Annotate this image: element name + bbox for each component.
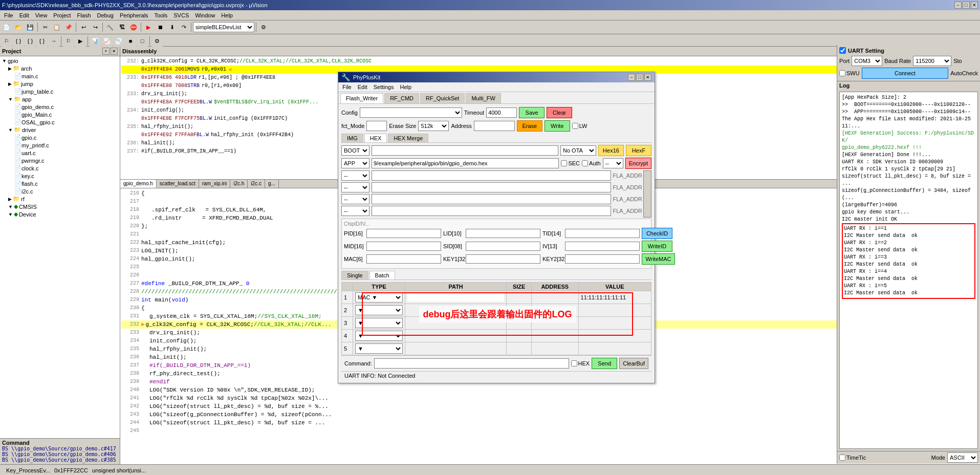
hex-checkbox[interactable] [571,360,577,366]
tb-step-over[interactable]: ↷ [178,21,189,33]
fla-path-2[interactable] [372,182,611,192]
fla-path-3[interactable] [372,194,611,204]
tree-item-rf[interactable]: ▶ 📁 rf [7,195,119,203]
fla-path-1[interactable] [372,170,611,181]
save-button[interactable]: Save [519,107,545,118]
batch-tab-single[interactable]: Single [341,271,368,279]
writemac-button[interactable]: WriteMAC [642,253,675,265]
mid-input[interactable] [366,242,441,251]
pid-input[interactable] [366,229,441,238]
fct-mode-input[interactable] [366,121,387,131]
tb2-1[interactable]: ⚐ [1,35,12,47]
port-select[interactable]: COM3 [852,56,882,66]
tb2-8[interactable]: 📊 [90,35,101,47]
batch-type-1[interactable]: MAC ▼ [355,292,403,303]
tree-item-gpio-demo[interactable]: 📄 gpio_demo.c [13,103,119,111]
phyplus-min-btn[interactable]: − [628,74,635,81]
sub-tab-hex[interactable]: HEX [364,134,387,142]
timeic-checkbox[interactable] [839,455,845,461]
address-input[interactable] [474,121,515,131]
boot-path-input[interactable] [372,145,558,156]
batch-type-2[interactable]: ▼ [355,305,403,315]
tb-step-in[interactable]: ⬇ [166,21,178,33]
fla-sel-3[interactable]: -- [341,194,369,204]
phyplus-menu-edit[interactable]: Edit [355,83,371,91]
tb-cut[interactable]: ✂ [39,21,51,33]
batch-type-4[interactable]: ▼ [355,331,403,341]
sec-checkbox[interactable] [561,160,567,166]
tb-debug-start[interactable]: ▶ [143,21,154,33]
tree-item-osal[interactable]: 📄 OSAL_gpio.c [13,118,119,126]
batch-type-3[interactable]: ▼ [355,318,403,328]
tb-rebuild[interactable]: 🏗 [116,21,127,33]
uart-enable-checkbox[interactable] [839,47,846,54]
command-input[interactable] [374,358,569,369]
tree-item-gpio[interactable]: ▼ gpio [1,57,119,64]
tree-item-key[interactable]: 📄 key.c [13,172,119,180]
auth-select[interactable]: -- [603,158,623,168]
tb2-9[interactable]: 📈 [101,35,113,47]
phyplus-menu-help[interactable]: Help [397,83,415,91]
phyplus-menu-settings[interactable]: Settings [371,83,397,91]
tb2-6[interactable]: ⚐ [63,35,74,47]
tab-i2c-c[interactable]: i2c.c [248,180,265,188]
tree-item-device[interactable]: ▼ ◆ Device [7,210,119,218]
tree-item-jump-table[interactable]: 📄 jump_table.c [13,88,119,95]
tree-item-arch[interactable]: ▶ 📁 arch [7,64,119,72]
menu-project[interactable]: Project [50,11,74,19]
batch-type-5[interactable]: ▼ [355,343,403,354]
hexf-button[interactable]: HexF [626,145,651,156]
mode-select[interactable]: ASCII HEX [947,452,978,463]
panel-expand-icon[interactable]: + [102,48,110,55]
tree-item-i2c[interactable]: 📄 i2c.c [13,187,119,195]
tree-item-main-c[interactable]: 📄 main.c [13,72,119,80]
checkid-button[interactable]: CheckID [642,228,672,239]
tb2-11[interactable]: ■ [125,35,136,47]
phyplus-max-btn[interactable]: □ [636,74,643,81]
swu-checkbox[interactable] [839,70,845,76]
menu-peripherals[interactable]: Peripherals [117,11,151,19]
tree-item-uart[interactable]: 📄 uart.c [13,149,119,157]
lid-input[interactable] [466,229,540,238]
tb2-4[interactable]: { } [36,35,48,47]
write-button[interactable]: Write [545,120,570,132]
tab-multi-fw[interactable]: Multi_FW [466,93,500,103]
hex16-button[interactable]: Hex16 [598,145,624,156]
menu-svcs[interactable]: SVCS [170,11,192,19]
phyplus-close-btn[interactable]: ✕ [644,74,651,81]
tb2-13[interactable]: ⚙ [151,35,163,47]
tb-open[interactable]: 📂 [13,21,24,33]
erase-button[interactable]: Erase [517,120,542,132]
tb-save[interactable]: 💾 [25,21,36,33]
iv-input[interactable] [565,242,640,251]
log-panel[interactable]: [App HexPack Size]: 2 >> BOOT========0x1… [839,92,978,449]
menu-edit[interactable]: Edit [16,11,32,19]
tb2-5[interactable]: → [48,35,59,47]
tree-item-printf[interactable]: 📄 my_printf.c [13,141,119,149]
boot-select[interactable]: BOOT ▼ BOOT [341,145,369,156]
tb2-2[interactable]: { } [13,35,24,47]
tab-gpio-demo-h[interactable]: gpio_demo.h [120,180,157,188]
tab-flash-writer[interactable]: Flash_Writer [340,93,383,103]
key1-input[interactable] [466,254,540,264]
tree-item-app[interactable]: ▼ 📁 app [7,95,119,103]
menu-file[interactable]: File [1,11,16,19]
tb-debug-stop[interactable]: ⏹ [155,21,166,33]
menu-debug[interactable]: Debug [94,11,117,19]
menu-help[interactable]: Help [218,11,236,19]
app-select[interactable]: APP [341,158,369,168]
app-path-input[interactable] [372,158,559,168]
tab-rf-cmd[interactable]: RF_CMD [384,93,419,103]
minimize-button[interactable]: − [954,2,962,9]
tb-stop[interactable]: ⛔ [128,21,139,33]
tree-item-cmsis[interactable]: ▼ ◆ CMSIS [7,203,119,210]
batch-path-1[interactable] [407,293,504,301]
timeout-input[interactable] [486,107,517,118]
maximize-button[interactable]: □ [963,2,970,9]
phyplus-menu-file[interactable]: File [339,83,355,91]
tab-ram-xip[interactable]: ram_xip.ini [199,180,230,188]
batch-tab-batch[interactable]: Batch [369,271,395,279]
fla-scrollbar[interactable] [643,170,651,218]
tb-copy[interactable]: 📋 [51,21,62,33]
menu-window[interactable]: Window [192,11,218,19]
